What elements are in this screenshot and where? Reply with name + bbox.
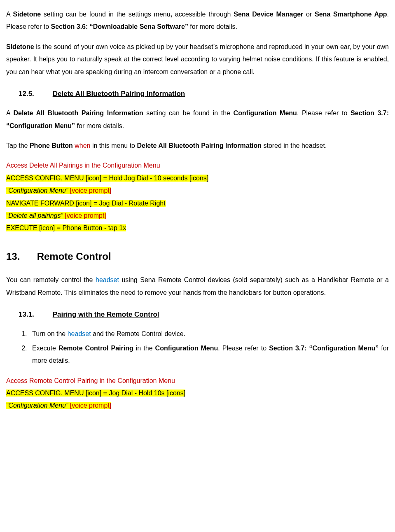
instruction-title: Access Delete All Pairings in the Config… bbox=[6, 159, 389, 172]
text: . Please refer to bbox=[218, 345, 269, 352]
text: is the sound of your own voice as picked… bbox=[6, 43, 389, 75]
text-bold: Configuration Menu bbox=[155, 345, 218, 352]
instruction-voice-prompt: “Configuration Menu” bbox=[6, 187, 70, 194]
text-blue: headset bbox=[96, 276, 119, 283]
text: in the bbox=[133, 345, 155, 352]
text-bold: Sidetone bbox=[13, 11, 41, 18]
text-bold: Delete All Bluetooth Pairing Information bbox=[137, 142, 262, 149]
text: setting can be found in the settings men… bbox=[41, 11, 170, 18]
paragraph-sidetone-setting: A Sidetone setting can be found in the s… bbox=[6, 8, 389, 33]
heading-number: 13.1. bbox=[19, 308, 51, 321]
list-item: Turn on the headset and the Remote Contr… bbox=[29, 328, 389, 340]
instruction-block-delete-pairings: Access Delete All Pairings in the Config… bbox=[6, 159, 389, 234]
heading-number: 13. bbox=[6, 247, 34, 266]
text: for more details. bbox=[188, 23, 237, 30]
text-bold: Phone Button bbox=[30, 142, 73, 149]
text: setting can be found in the bbox=[143, 110, 234, 117]
text: for more details. bbox=[75, 122, 124, 129]
list-item: Execute Remote Control Pairing in the Co… bbox=[29, 342, 389, 367]
text-red: when bbox=[75, 142, 90, 149]
heading-13-1: 13.1. Pairing with the Remote Control bbox=[6, 308, 389, 321]
text: stored in the headset. bbox=[262, 142, 327, 149]
text: You can remotely control the bbox=[6, 276, 96, 283]
text-bold: Section 3.6: “Downloadable Sena Software… bbox=[51, 23, 188, 30]
heading-12-5: 12.5. Delete All Bluetooth Pairing Infor… bbox=[6, 87, 389, 100]
instruction-voice-prompt-tag: [voice prompt] bbox=[70, 187, 111, 194]
paragraph-remote-control: You can remotely control the headset usi… bbox=[6, 274, 389, 299]
text: and the Remote Control device. bbox=[91, 330, 185, 337]
paragraph-delete-pairing-setting: A Delete All Bluetooth Pairing Informati… bbox=[6, 107, 389, 132]
steps-list: Turn on the headset and the Remote Contr… bbox=[6, 328, 389, 367]
text-bold: Configuration Menu bbox=[234, 110, 297, 117]
text-bold: Remote Control Pairing bbox=[58, 345, 133, 352]
text: Execute bbox=[32, 345, 58, 352]
instruction-line: NAVIGATE FORWARD [icon] = Jog Dial - Rot… bbox=[6, 200, 166, 207]
text: in this menu to bbox=[91, 142, 137, 149]
paragraph-tap-phone-button: Tap the Phone Button when in this menu t… bbox=[6, 140, 389, 152]
instruction-voice-prompt-tag: [voice prompt] bbox=[70, 402, 111, 409]
heading-title: Remote Control bbox=[37, 251, 111, 262]
text: . Please refer to bbox=[297, 110, 351, 117]
text-bold: Delete All Bluetooth Pairing Information bbox=[13, 110, 143, 117]
instruction-voice-prompt: “Configuration Menu” bbox=[6, 402, 70, 409]
text-blue: headset bbox=[68, 330, 91, 337]
text-bold: Sidetone bbox=[6, 43, 34, 50]
text: A bbox=[6, 11, 13, 18]
heading-title: Pairing with the Remote Control bbox=[53, 310, 159, 318]
text: Turn on the bbox=[32, 330, 68, 337]
instruction-title: Access Remote Control Pairing in the Con… bbox=[6, 375, 389, 387]
instruction-voice-prompt: “Delete all pairings” bbox=[6, 212, 65, 219]
heading-title: Delete All Bluetooth Pairing Information bbox=[53, 90, 185, 98]
instruction-line: ACCESS CONFIG. MENU [icon] = Jog Dial - … bbox=[6, 390, 185, 397]
text: or bbox=[303, 11, 315, 18]
paragraph-sidetone-desc: Sidetone is the sound of your own voice … bbox=[6, 41, 389, 78]
text-bold: Section 3.7: “Configuration Menu” bbox=[269, 345, 379, 352]
text-bold: Sena Device Manager bbox=[234, 11, 303, 18]
text: accessible through bbox=[172, 11, 234, 18]
instruction-line: EXECUTE [icon] = Phone Button - tap 1x bbox=[6, 224, 126, 231]
heading-13: 13. Remote Control bbox=[6, 247, 389, 266]
text: A bbox=[6, 110, 13, 117]
instruction-line: ACCESS CONFIG. MENU [icon] = Hold Jog Di… bbox=[6, 175, 208, 182]
instruction-voice-prompt-tag: [voice prompt] bbox=[65, 212, 106, 219]
heading-number: 12.5. bbox=[19, 87, 51, 100]
text-bold: Sena Smartphone App bbox=[315, 11, 387, 18]
instruction-block-remote-pairing: Access Remote Control Pairing in the Con… bbox=[6, 375, 389, 412]
text: Tap the bbox=[6, 142, 30, 149]
